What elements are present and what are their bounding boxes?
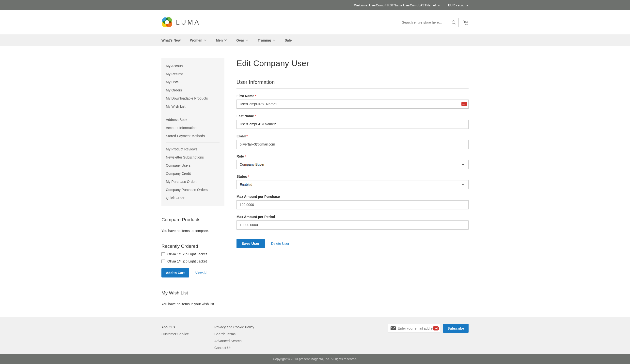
chevron-down-icon [273, 39, 276, 41]
field-label: Last Name [236, 114, 254, 118]
sidebar-item-quick-order[interactable]: Quick Order [162, 194, 224, 202]
main-navigation: What's New Women Men Gear Training Sale [0, 34, 630, 46]
compare-products-empty: You have no items to compare. [162, 229, 224, 233]
luma-logo-icon [162, 17, 173, 28]
field-label: Max Amount per Period [236, 215, 275, 219]
sidebar-item-my-returns[interactable]: My Returns [162, 70, 224, 78]
chevron-down-icon [462, 164, 464, 166]
compare-products-block: Compare Products You have no items to co… [162, 217, 224, 233]
page-header: LUMA [0, 10, 630, 34]
logo-text: LUMA [176, 19, 200, 26]
chevron-down-icon [438, 4, 440, 6]
copyright-bar: Copyright © 2013-present Magento, Inc. A… [0, 354, 630, 364]
field-email: Email* [236, 134, 468, 149]
wishlist-block: My Wish List You have no items in your w… [162, 290, 224, 306]
password-manager-icon[interactable] [433, 326, 439, 330]
store-logo[interactable]: LUMA [162, 17, 200, 28]
footer-link-customer-service[interactable]: Customer Service [162, 331, 214, 338]
nav-item-women[interactable]: Women [190, 38, 206, 42]
delete-user-link[interactable]: Delete User [271, 242, 290, 245]
top-panel: Welcome, UserCompFIRSTName UserCompLASTN… [0, 0, 630, 10]
sidebar-item-my-purchase-orders[interactable]: My Purchase Orders [162, 178, 224, 186]
currency-label: EUR - euro [448, 3, 464, 7]
nav-item-training[interactable]: Training [258, 38, 275, 42]
field-max-amount-per-period: Max Amount per Period [236, 215, 468, 229]
last-name-input[interactable] [236, 120, 468, 129]
product-link[interactable]: Olivia 1/4 Zip Light Jacket [167, 252, 207, 256]
sidebar-item-my-product-reviews[interactable]: My Product Reviews [162, 145, 224, 153]
nav-item-men[interactable]: Men [216, 38, 227, 42]
field-role: Role* Company Buyer [236, 154, 468, 169]
customer-welcome-menu[interactable]: Welcome, UserCompFIRSTName UserCompLASTN… [354, 3, 440, 7]
subscribe-button[interactable]: Subscribe [443, 324, 468, 333]
nav-item-whats-new[interactable]: What's New [162, 38, 181, 42]
chevron-down-icon [204, 39, 206, 41]
footer-link-privacy-policy[interactable]: Privacy and Cookie Policy [214, 324, 254, 331]
content: Edit Company User User Information First… [236, 58, 468, 248]
sidebar-item-my-lists[interactable]: My Lists [162, 78, 224, 86]
save-user-button[interactable]: Save User [236, 239, 265, 248]
field-max-amount-per-purchase: Max Amount per Purchase [236, 195, 468, 209]
product-link[interactable]: Olivia 1/4 Zip Light Jacket [167, 259, 207, 263]
copyright-text: Copyright © 2013-present Magento, Inc. A… [273, 357, 357, 361]
newsletter-input-wrap [388, 324, 440, 333]
item-checkbox[interactable] [162, 252, 165, 256]
sidebar: My Account My Returns My Lists My Orders… [162, 58, 224, 306]
search-icon[interactable] [452, 20, 456, 25]
page-main: My Account My Returns My Lists My Orders… [0, 46, 630, 317]
role-select[interactable]: Company Buyer [236, 160, 468, 169]
password-manager-icon[interactable] [462, 102, 467, 106]
chevron-down-icon [462, 183, 464, 185]
sidebar-item-stored-payment-methods[interactable]: Stored Payment Methods [162, 132, 224, 140]
view-all-link[interactable]: View All [195, 271, 207, 275]
sidebar-item-company-purchase-orders[interactable]: Company Purchase Orders [162, 186, 224, 194]
required-mark: * [244, 155, 246, 158]
max-amount-per-purchase-input[interactable] [236, 200, 468, 209]
item-checkbox[interactable] [162, 260, 165, 263]
currency-switcher[interactable]: EUR - euro [448, 3, 468, 7]
field-label: Role [236, 154, 244, 158]
compare-products-title: Compare Products [162, 217, 224, 222]
chevron-down-icon [466, 4, 468, 6]
role-selected-value: Company Buyer [240, 163, 264, 166]
status-select[interactable]: Enabled [236, 180, 468, 189]
footer-link-advanced-search[interactable]: Advanced Search [214, 338, 254, 344]
email-input[interactable] [236, 140, 468, 149]
wishlist-title: My Wish List [162, 290, 224, 296]
field-label: First Name [236, 94, 254, 98]
cart-icon[interactable] [463, 20, 468, 25]
footer-link-about-us[interactable]: About us [162, 324, 214, 331]
sidebar-item-address-book[interactable]: Address Book [162, 116, 224, 124]
sidebar-item-my-wish-list[interactable]: My Wish List [162, 103, 224, 111]
section-title: User Information [236, 79, 468, 88]
page-title: Edit Company User [236, 58, 468, 68]
nav-item-sale[interactable]: Sale [285, 38, 292, 42]
field-last-name: Last Name* [236, 114, 468, 129]
search-input[interactable] [398, 18, 459, 27]
first-name-input[interactable] [236, 100, 468, 109]
sidebar-item-my-orders[interactable]: My Orders [162, 86, 224, 94]
search-box [398, 18, 459, 27]
footer-links-column-1: About us Customer Service [162, 324, 214, 338]
nav-item-gear[interactable]: Gear [236, 38, 248, 42]
chevron-down-icon [224, 39, 227, 41]
required-mark: * [255, 114, 256, 118]
recently-ordered-item: Olivia 1/4 Zip Light Jacket [162, 259, 224, 263]
envelope-icon [390, 326, 396, 330]
sidebar-item-company-credit[interactable]: Company Credit [162, 170, 224, 178]
field-status: Status* Enabled [236, 175, 468, 189]
sidebar-item-account-information[interactable]: Account Information [162, 124, 224, 132]
required-mark: * [246, 135, 248, 138]
sidebar-item-company-users[interactable]: Company Users [162, 162, 224, 170]
sidebar-item-newsletter-subscriptions[interactable]: Newsletter Subscriptions [162, 153, 224, 162]
sidebar-item-my-account[interactable]: My Account [162, 62, 224, 70]
recently-ordered-item: Olivia 1/4 Zip Light Jacket [162, 252, 224, 256]
sidebar-item-my-downloadable-products[interactable]: My Downloadable Products [162, 94, 224, 103]
add-to-cart-button[interactable]: Add to Cart [162, 268, 189, 277]
newsletter-block: Subscribe [388, 324, 468, 333]
footer-link-search-terms[interactable]: Search Terms [214, 331, 254, 338]
max-amount-per-period-input[interactable] [236, 220, 468, 229]
footer-link-contact-us[interactable]: Contact Us [214, 344, 254, 351]
recently-ordered-title: Recently Ordered [162, 244, 224, 249]
status-selected-value: Enabled [240, 182, 252, 186]
